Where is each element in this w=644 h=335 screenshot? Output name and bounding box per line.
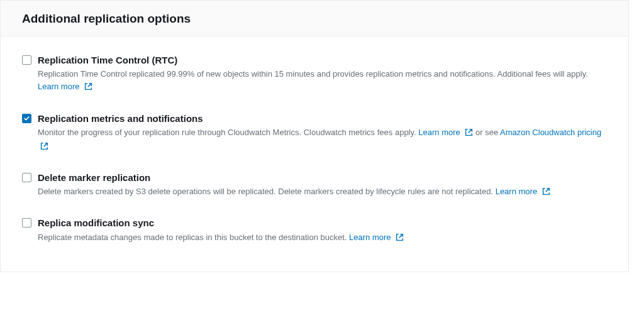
checkbox-metrics[interactable]	[22, 114, 31, 123]
option-rtc-text: Replication Time Control (RTC) Replicati…	[38, 54, 607, 95]
option-rtc-label: Replication Time Control (RTC)	[38, 54, 607, 67]
option-rtc: Replication Time Control (RTC) Replicati…	[22, 45, 607, 104]
option-metrics-text: Replication metrics and notifications Mo…	[38, 113, 607, 155]
option-replica-sync-text: Replica modification sync Replicate meta…	[38, 217, 607, 244]
option-delete-marker-label: Delete marker replication	[38, 172, 607, 184]
option-metrics-label: Replication metrics and notifications	[38, 113, 607, 125]
checkbox-replica-sync[interactable]	[22, 218, 31, 228]
cloudwatch-pricing-text: Amazon Cloudwatch pricing	[500, 128, 601, 137]
option-replica-sync-label: Replica modification sync	[38, 217, 607, 229]
learn-more-link-metrics[interactable]: Learn more	[418, 128, 475, 137]
learn-more-text: Learn more	[38, 82, 79, 91]
learn-more-text: Learn more	[496, 187, 537, 196]
option-rtc-desc: Replication Time Control replicated 99.9…	[38, 68, 607, 94]
option-delete-marker-text: Delete marker replication Delete markers…	[38, 172, 607, 199]
checkbox-rtc[interactable]	[22, 55, 31, 65]
checkbox-delete-marker[interactable]	[22, 173, 31, 182]
option-rtc-desc-text: Replication Time Control replicated 99.9…	[38, 69, 588, 79]
panel-title: Additional replication options	[22, 12, 616, 26]
panel-body: Replication Time Control (RTC) Replicati…	[1, 36, 628, 272]
option-delete-marker-desc: Delete markers created by S3 delete oper…	[38, 185, 607, 199]
option-delete-marker: Delete marker replication Delete markers…	[22, 163, 607, 208]
learn-more-text: Learn more	[349, 233, 391, 242]
option-metrics-desc: Monitor the progress of your replication…	[38, 126, 607, 154]
option-metrics: Replication metrics and notifications Mo…	[22, 104, 607, 163]
external-link-icon	[40, 141, 48, 154]
option-delete-marker-desc-text: Delete markers created by S3 delete oper…	[38, 187, 493, 196]
external-link-icon	[396, 233, 404, 245]
option-metrics-orsee: or see	[475, 128, 498, 137]
external-link-icon	[465, 128, 473, 140]
external-link-icon	[84, 82, 92, 94]
option-metrics-desc-text: Monitor the progress of your replication…	[38, 128, 416, 137]
option-replica-sync: Replica modification sync Replicate meta…	[22, 208, 607, 253]
option-replica-sync-desc: Replicate metadata changes made to repli…	[38, 231, 607, 245]
learn-more-link-replica[interactable]: Learn more	[349, 233, 404, 242]
learn-more-link-rtc[interactable]: Learn more	[38, 82, 92, 91]
external-link-icon	[542, 187, 550, 199]
learn-more-text: Learn more	[418, 128, 460, 137]
panel-header: Additional replication options	[1, 1, 628, 36]
option-replica-sync-desc-text: Replicate metadata changes made to repli…	[38, 233, 347, 242]
additional-replication-options-panel: Additional replication options Replicati…	[0, 0, 629, 272]
learn-more-link-delete[interactable]: Learn more	[496, 187, 550, 196]
